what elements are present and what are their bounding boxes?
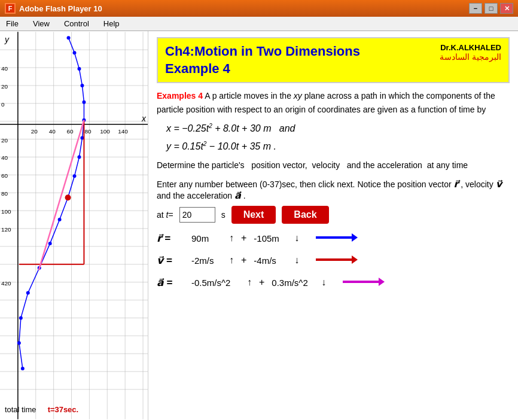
input-section: Enter any number between (0-37)sec, then… bbox=[157, 178, 510, 224]
chapter-title-block: Ch4:Motion in Two Dimensions Example 4 bbox=[165, 43, 360, 77]
menu-help[interactable]: Help bbox=[101, 18, 122, 29]
input-row: at t= s Next Back bbox=[157, 206, 510, 224]
a-x-value: -0.5m/s^2 bbox=[191, 278, 242, 288]
main-content: y x 40 20 0 20 40 60 80 100 120 420 20 4… bbox=[0, 31, 518, 420]
chapter-header: Ch4:Motion in Two Dimensions Example 4 D… bbox=[157, 37, 510, 83]
v-up-arrow: ↑ bbox=[229, 255, 234, 266]
svg-rect-0 bbox=[0, 32, 148, 419]
svg-point-69 bbox=[65, 194, 71, 200]
r-plus: + bbox=[241, 233, 246, 244]
menu-view[interactable]: View bbox=[31, 18, 52, 29]
svg-text:80: 80 bbox=[1, 190, 8, 197]
seconds-label: s bbox=[221, 210, 226, 220]
graph-panel: y x 40 20 0 20 40 60 80 100 120 420 20 4… bbox=[0, 31, 148, 420]
close-button[interactable]: ✕ bbox=[500, 3, 513, 14]
svg-text:120: 120 bbox=[1, 226, 11, 233]
svg-text:140: 140 bbox=[118, 128, 128, 135]
formula-y: y = 0.15t2 − 10.0t + 35 m . bbox=[166, 141, 276, 151]
v-plus: + bbox=[241, 255, 246, 266]
a-down-arrow: ↓ bbox=[321, 277, 326, 288]
time-input[interactable] bbox=[179, 207, 215, 223]
next-button[interactable]: Next bbox=[231, 206, 276, 224]
formula-y-block: y = 0.15t2 − 10.0t + 35 m . bbox=[166, 139, 510, 154]
right-panel: Ch4:Motion in Two Dimensions Example 4 D… bbox=[148, 31, 518, 420]
svg-text:420: 420 bbox=[1, 280, 11, 287]
r-up-arrow: ↑ bbox=[229, 233, 234, 244]
svg-text:20: 20 bbox=[1, 83, 8, 90]
result-row-a: a⃗ = -0.5m/s^2 ↑ + 0.3m/s^2 ↓ bbox=[157, 276, 510, 289]
result-row-r: r⃗ = 90m ↑ + -105m ↓ bbox=[157, 232, 510, 245]
svg-text:40: 40 bbox=[1, 154, 8, 161]
a-arrow-icon bbox=[343, 278, 385, 288]
back-button[interactable]: Back bbox=[282, 206, 328, 224]
at-t-label: at t= bbox=[157, 210, 173, 220]
svg-text:100: 100 bbox=[100, 128, 110, 135]
svg-text:40: 40 bbox=[49, 128, 56, 135]
chapter-title-line1: Ch4:Motion in Two Dimensions bbox=[165, 43, 360, 60]
svg-text:x: x bbox=[141, 114, 147, 123]
svg-text:80: 80 bbox=[84, 128, 92, 135]
v-arrow-icon bbox=[316, 255, 358, 266]
svg-text:20: 20 bbox=[31, 128, 38, 135]
r-label: r⃗ = bbox=[157, 232, 187, 245]
a-label: a⃗ = bbox=[157, 276, 187, 289]
formula-x-block: x = −0.25t2 + 8.0t + 30 m and bbox=[166, 121, 510, 136]
maximize-button[interactable]: □ bbox=[485, 3, 498, 14]
menu-bar: File View Control Help bbox=[0, 17, 518, 31]
svg-text:y: y bbox=[4, 35, 10, 44]
minimize-button[interactable]: − bbox=[469, 3, 482, 14]
chapter-meta: Dr.K.ALKHALED البرمجية السادسة bbox=[440, 43, 501, 62]
example-label: Examples 4 bbox=[157, 91, 203, 101]
svg-marker-77 bbox=[379, 278, 385, 286]
svg-text:60: 60 bbox=[1, 172, 8, 179]
svg-marker-75 bbox=[352, 255, 358, 264]
v-down-arrow: ↓ bbox=[294, 255, 299, 266]
formula-x: x = −0.25t2 + 8.0t + 30 m and bbox=[166, 123, 295, 133]
svg-text:total time: total time bbox=[5, 405, 36, 414]
svg-text:100: 100 bbox=[1, 208, 11, 215]
example-intro: Examples 4 A p article moves in the xy p… bbox=[157, 89, 510, 116]
menu-control[interactable]: Control bbox=[62, 18, 92, 29]
svg-text:60: 60 bbox=[67, 128, 74, 135]
description-text: A p article moves in the xy plane across… bbox=[157, 91, 495, 114]
graph-svg: y x 40 20 0 20 40 60 80 100 120 420 20 4… bbox=[0, 31, 148, 420]
determine-text: Determine the particle's position vector… bbox=[157, 159, 510, 172]
chapter-title-line2: Example 4 bbox=[165, 60, 360, 78]
svg-text:0: 0 bbox=[1, 101, 5, 108]
author-name: Dr.K.ALKHALED bbox=[440, 43, 501, 52]
window-title: Adobe Flash Player 10 bbox=[19, 4, 102, 13]
v-x-value: -2m/s bbox=[191, 255, 224, 266]
a-plus: + bbox=[259, 277, 264, 288]
svg-marker-73 bbox=[352, 233, 358, 242]
r-arrow-icon bbox=[316, 233, 358, 244]
app-icon: F bbox=[5, 3, 16, 14]
results-section: r⃗ = 90m ↑ + -105m ↓ v⃗ = bbox=[157, 232, 510, 289]
svg-text:40: 40 bbox=[1, 65, 8, 72]
title-bar: F Adobe Flash Player 10 − □ ✕ bbox=[0, 0, 518, 17]
svg-text:20: 20 bbox=[1, 137, 8, 144]
r-down-arrow: ↓ bbox=[294, 233, 299, 244]
svg-text:t=37sec.: t=37sec. bbox=[48, 405, 78, 414]
v-label: v⃗ = bbox=[157, 254, 187, 267]
r-y-value: -105m bbox=[254, 233, 290, 244]
result-row-v: v⃗ = -2m/s ↑ + -4m/s ↓ bbox=[157, 254, 510, 267]
a-y-value: 0.3m/s^2 bbox=[272, 278, 316, 288]
window-controls: − □ ✕ bbox=[469, 3, 513, 14]
svg-point-49 bbox=[67, 36, 71, 39]
r-x-value: 90m bbox=[191, 233, 224, 244]
example-description: Examples 4 A p article moves in the xy p… bbox=[157, 89, 510, 172]
a-up-arrow: ↑ bbox=[247, 277, 252, 288]
enter-instruction: Enter any number between (0-37)sec, then… bbox=[157, 178, 510, 201]
arabic-subtitle: البرمجية السادسة bbox=[440, 52, 501, 62]
menu-file[interactable]: File bbox=[4, 18, 21, 29]
v-y-value: -4m/s bbox=[254, 255, 290, 266]
